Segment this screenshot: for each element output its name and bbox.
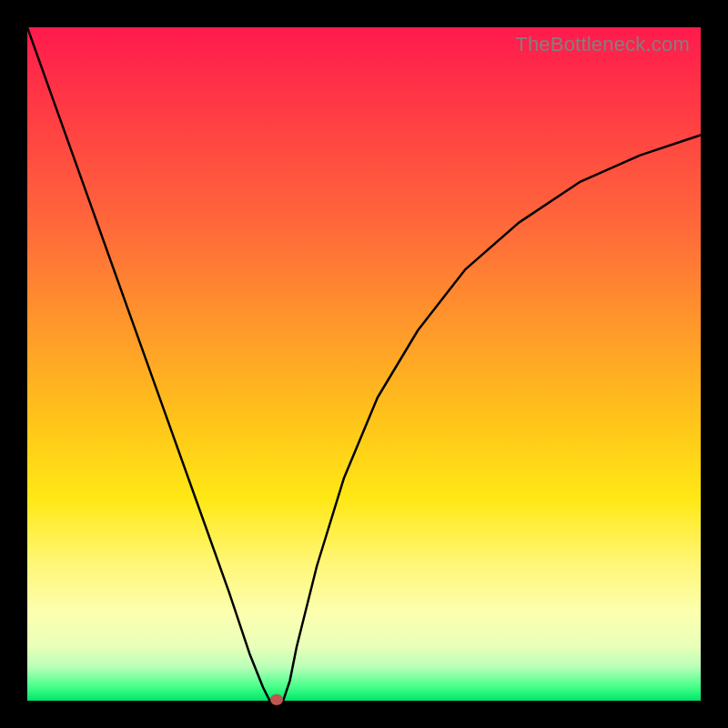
bottleneck-curve — [27, 27, 701, 701]
minimum-marker — [270, 694, 283, 705]
watermark-text: TheBottleneck.com — [515, 33, 690, 56]
chart-frame: TheBottleneck.com — [0, 0, 728, 728]
plot-area: TheBottleneck.com — [27, 27, 701, 701]
